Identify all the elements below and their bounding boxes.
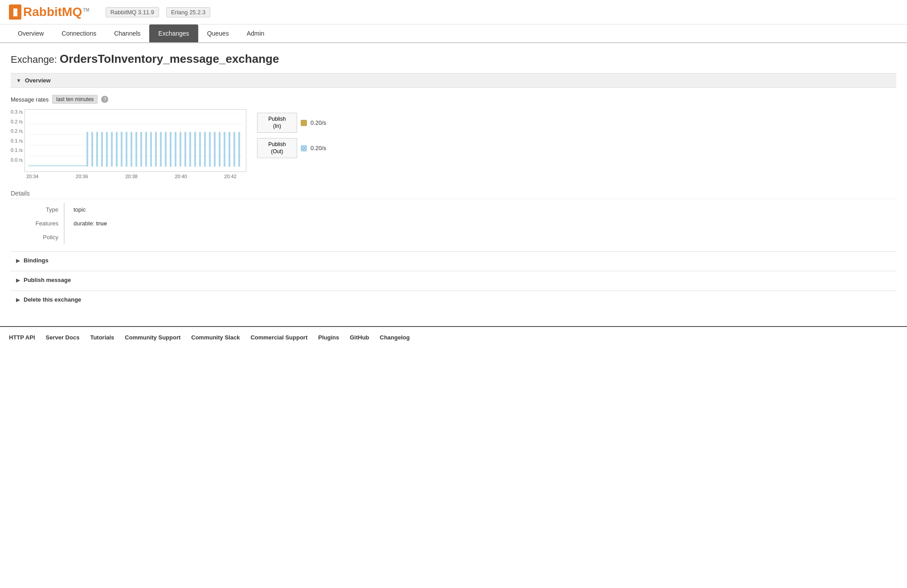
nav-queues[interactable]: Queues xyxy=(198,24,238,42)
exchange-name: OrdersToInventory_message_exchange xyxy=(60,52,279,65)
publish-in-color xyxy=(301,120,307,126)
chart-legend: Publish(In) 0.20/s Publish(Out) 0.20/s xyxy=(257,109,326,158)
footer-http-api[interactable]: HTTP API xyxy=(9,334,35,341)
footer-community-support[interactable]: Community Support xyxy=(125,334,180,341)
logo-mq: MQ xyxy=(62,5,82,19)
header: ▮ RabbitMQTM RabbitMQ 3.11.9 Erlang 25.2… xyxy=(0,0,907,24)
chart-x-axis: 20:34 20:36 20:38 20:40 20:42 xyxy=(25,174,238,179)
bindings-arrow-icon: ▶ xyxy=(16,257,20,264)
logo-tm: TM xyxy=(83,8,89,12)
nav-exchanges[interactable]: Exchanges xyxy=(149,24,198,42)
bindings-header[interactable]: ▶ Bindings xyxy=(11,252,896,269)
main-nav: Overview Connections Channels Exchanges … xyxy=(0,24,907,43)
delete-exchange-section: ▶ Delete this exchange xyxy=(11,290,896,308)
delete-exchange-header[interactable]: ▶ Delete this exchange xyxy=(11,291,896,308)
chart-y-axis: 0.3 /s 0.2 /s 0.2 /s 0.1 /s 0.1 /s 0.0 /… xyxy=(11,109,25,163)
type-label: Type xyxy=(11,203,64,216)
bindings-section: ▶ Bindings xyxy=(11,251,896,269)
publish-message-arrow-icon: ▶ xyxy=(16,277,20,283)
time-range-badge[interactable]: last ten minutes xyxy=(52,95,98,104)
policy-label: Policy xyxy=(11,230,64,244)
chart-area: 20:34 20:36 20:38 20:40 20:42 xyxy=(25,109,246,179)
chart-wrapper xyxy=(25,109,246,172)
delete-exchange-arrow-icon: ▶ xyxy=(16,297,20,303)
legend-publish-in: Publish(In) 0.20/s xyxy=(257,113,326,133)
details-row-features: Features durable: true xyxy=(11,216,896,230)
details-table: Type topic Features durable: true Policy xyxy=(11,203,896,244)
publish-in-value: 0.20/s xyxy=(311,119,326,126)
nav-connections[interactable]: Connections xyxy=(53,24,105,42)
logo: ▮ RabbitMQTM xyxy=(9,4,90,20)
footer-community-slack[interactable]: Community Slack xyxy=(191,334,240,341)
footer-tutorials[interactable]: Tutorials xyxy=(90,334,114,341)
nav-channels[interactable]: Channels xyxy=(105,24,149,42)
details-title: Details xyxy=(11,190,896,199)
page-title: Exchange: OrdersToInventory_message_exch… xyxy=(11,52,896,66)
publish-message-section: ▶ Publish message xyxy=(11,271,896,289)
footer-github[interactable]: GitHub xyxy=(350,334,369,341)
chart-container: 0.3 /s 0.2 /s 0.2 /s 0.1 /s 0.1 /s 0.0 /… xyxy=(11,109,896,179)
help-icon[interactable]: ? xyxy=(101,96,108,103)
logo-icon: ▮ xyxy=(9,4,21,20)
publish-out-button[interactable]: Publish(Out) xyxy=(257,138,297,158)
publish-out-value: 0.20/s xyxy=(311,145,326,151)
publish-message-header[interactable]: ▶ Publish message xyxy=(11,271,896,289)
overview-arrow-icon: ▼ xyxy=(16,78,21,84)
type-value: topic xyxy=(64,203,896,216)
overview-section-title: Overview xyxy=(25,77,51,84)
policy-value xyxy=(64,230,896,244)
nav-admin[interactable]: Admin xyxy=(238,24,274,42)
logo-text: RabbitMQTM xyxy=(23,5,90,19)
footer-changelog[interactable]: Changelog xyxy=(380,334,410,341)
version-info: RabbitMQ 3.11.9 Erlang 25.2.3 xyxy=(106,7,211,17)
footer-server-docs[interactable]: Server Docs xyxy=(46,334,80,341)
publish-in-button[interactable]: Publish(In) xyxy=(257,113,297,133)
bindings-title: Bindings xyxy=(24,257,49,264)
chart-svg xyxy=(29,113,242,167)
main-content: Exchange: OrdersToInventory_message_exch… xyxy=(0,43,907,317)
overview-section-header[interactable]: ▼ Overview xyxy=(11,73,896,88)
message-rates-label: Message rates last ten minutes ? xyxy=(11,95,896,104)
publish-out-color xyxy=(301,145,307,151)
features-value: durable: true xyxy=(64,216,896,230)
delete-exchange-title: Delete this exchange xyxy=(24,296,81,303)
erlang-version: Erlang 25.2.3 xyxy=(166,7,210,17)
footer-commercial-support[interactable]: Commercial Support xyxy=(250,334,307,341)
features-label: Features xyxy=(11,216,64,230)
logo-rabbit: Rabbit xyxy=(23,5,62,19)
details-row-type: Type topic xyxy=(11,203,896,216)
footer: HTTP API Server Docs Tutorials Community… xyxy=(0,326,907,348)
details-row-policy: Policy xyxy=(11,230,896,244)
rabbitmq-version: RabbitMQ 3.11.9 xyxy=(106,7,159,17)
legend-publish-out: Publish(Out) 0.20/s xyxy=(257,138,326,158)
publish-message-title: Publish message xyxy=(24,277,71,283)
details-section: Details Type topic Features durable: tru… xyxy=(11,190,896,244)
footer-plugins[interactable]: Plugins xyxy=(318,334,339,341)
nav-overview[interactable]: Overview xyxy=(9,24,53,42)
